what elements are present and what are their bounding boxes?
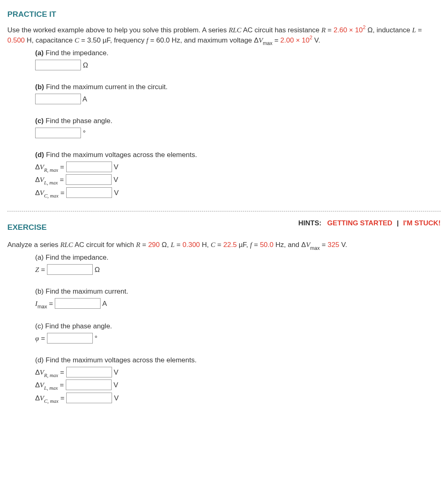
practice-part-b: (b) Find the maximum current in the circ… <box>35 83 441 104</box>
delta: Δ <box>35 176 40 184</box>
input-ex-c[interactable] <box>47 333 93 344</box>
var-V: V <box>40 176 44 184</box>
subscript: C, max <box>44 193 58 199</box>
val-C: = 3.50 µF, frequency <box>79 36 146 44</box>
sym-V: V <box>306 241 310 249</box>
divider <box>7 211 441 211</box>
sym-C: C <box>74 36 79 44</box>
unit-ohm: Ω, <box>160 241 171 249</box>
input-d-c[interactable] <box>66 187 112 198</box>
label-d: (d) <box>35 151 44 159</box>
val-f: 50.0 <box>260 241 273 249</box>
delta: Δ <box>35 394 40 402</box>
label-a: (a) <box>35 254 44 261</box>
practice-part-d: (d) Find the maximum voltages across the… <box>35 150 441 199</box>
eq: = <box>320 241 327 249</box>
unit: V <box>114 394 119 402</box>
text-b: Find the maximum current. <box>44 287 128 295</box>
text: AC circuit has resistance <box>242 26 322 34</box>
delta: Δ <box>35 368 40 376</box>
eq: = <box>326 26 334 34</box>
unit-V: V. <box>339 241 347 249</box>
eq: = <box>140 241 148 249</box>
delta: Δ <box>35 163 40 171</box>
link-im-stuck[interactable]: I'M STUCK! <box>403 219 441 227</box>
unit: V <box>114 368 118 376</box>
eq: = <box>58 189 66 197</box>
sub-max: max <box>263 40 272 46</box>
hints-block: HINTS: GETTING STARTED | I'M STUCK! <box>298 219 441 228</box>
sym-L: L <box>171 241 175 249</box>
input-c[interactable] <box>35 128 81 138</box>
input-d-r[interactable] <box>66 162 112 172</box>
unit-ohm: Ω, inductance <box>365 26 412 34</box>
input-a[interactable] <box>35 60 81 70</box>
text: AC circuit for which <box>73 241 136 249</box>
sym-L: L <box>412 26 416 34</box>
exercise-part-d: (d) Find the maximum voltages across the… <box>35 356 441 404</box>
unit-c: ° <box>95 334 98 342</box>
delta: Δ <box>35 381 40 389</box>
label-d: (d) <box>35 356 44 364</box>
eq: = <box>58 163 66 171</box>
rlc: RLC <box>60 241 73 249</box>
input-ex-d-c[interactable] <box>66 393 112 403</box>
eq: = <box>39 266 47 274</box>
exp-Vmax: 2 <box>309 35 312 40</box>
hints-label: HINTS: <box>298 219 322 227</box>
label-b: (b) <box>35 83 44 91</box>
input-ex-d-r[interactable] <box>66 367 112 377</box>
var-V: V <box>40 189 44 197</box>
delta: Δ <box>35 189 40 197</box>
label-a: (a) <box>35 49 44 57</box>
input-ex-a[interactable] <box>47 264 93 275</box>
unit: V <box>114 381 118 389</box>
label-c: (c) <box>35 117 44 125</box>
val-Vmax: 2.00 × 10 <box>280 36 309 44</box>
sym-C: C <box>211 241 215 249</box>
unit-H: H, <box>200 241 211 249</box>
unit-b: A <box>83 95 87 103</box>
text-c: Find the phase angle. <box>43 322 112 330</box>
text-d: Find the maximum voltages across the ele… <box>44 356 197 364</box>
link-getting-started[interactable]: GETTING STARTED <box>327 219 392 227</box>
practice-title: PRACTICE IT <box>7 9 56 20</box>
eq: = <box>47 300 55 308</box>
input-d-l[interactable] <box>66 174 112 185</box>
unit-V: V. <box>312 36 320 44</box>
text-d: Find the maximum voltages across the ele… <box>44 151 197 159</box>
eq: = <box>58 368 66 376</box>
unit: V <box>114 163 118 171</box>
exercise-part-a: (a) Find the impedance. Z = Ω <box>35 253 441 275</box>
text: Use the worked example above to help you… <box>7 26 228 34</box>
hints-separator: | <box>397 219 399 227</box>
label-c: (c) <box>35 322 43 330</box>
exercise-problem-text: Analyze a series RLC AC circuit for whic… <box>7 240 441 251</box>
practice-d-row-0: ΔVR, max = V <box>35 162 441 173</box>
exercise-part-c: (c) Find the phase angle. φ = ° <box>35 322 441 344</box>
subscript: C, max <box>44 398 58 404</box>
input-ex-d-l[interactable] <box>66 379 112 390</box>
subscript: R, max <box>44 167 58 173</box>
unit-Hz: Hz, and Δ <box>273 241 306 249</box>
exercise-d-row-2: ΔVC, max = V <box>35 393 441 404</box>
input-b[interactable] <box>35 94 81 104</box>
eq: = <box>272 36 280 44</box>
sym-I: I <box>35 300 38 308</box>
practice-d-row-2: ΔVC, max = V <box>35 187 441 199</box>
val-f: = 60.0 Hz, and maximum voltage Δ <box>148 36 259 44</box>
eq: = <box>175 241 182 249</box>
eq: = <box>58 381 66 389</box>
sym-R: R <box>321 26 325 34</box>
practice-d-row-1: ΔVL, max = V <box>35 174 441 186</box>
practice-problem-text: Use the worked example above to help you… <box>7 25 441 46</box>
input-ex-b[interactable] <box>55 298 101 309</box>
val-Vmax: 325 <box>328 241 339 249</box>
val-R: 290 <box>148 241 159 249</box>
text-b: Find the maximum current in the circuit. <box>44 83 168 91</box>
var-V: V <box>40 394 44 402</box>
val-L: 0.300 <box>183 241 200 249</box>
val-L: 0.500 <box>7 36 25 44</box>
exercise-title: EXERCISE <box>7 222 47 233</box>
sym-phi: φ <box>35 334 39 342</box>
